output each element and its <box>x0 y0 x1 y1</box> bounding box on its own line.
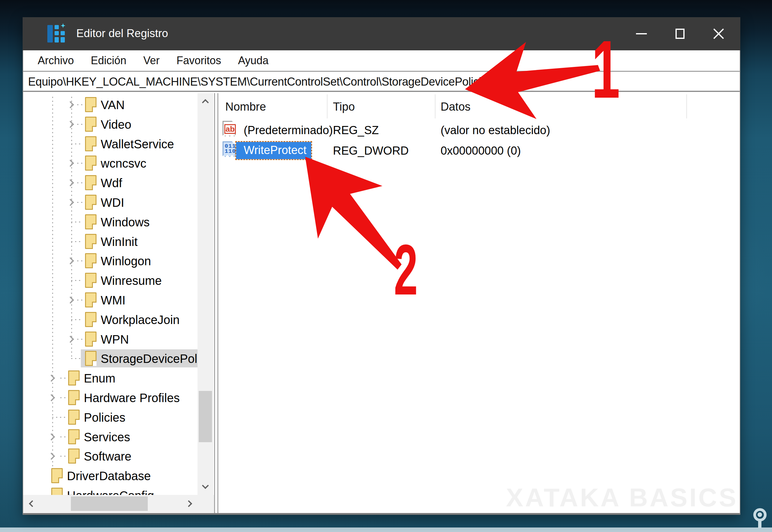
folder-icon <box>85 312 96 327</box>
tree-connector <box>77 124 83 125</box>
tree-item-label: wcncsvc <box>101 157 146 170</box>
folder-icon <box>85 195 96 210</box>
close-icon <box>713 28 724 39</box>
expand-chevron-icon[interactable] <box>67 179 74 187</box>
horizontal-scroll-thumb[interactable] <box>71 496 148 511</box>
scroll-left-button[interactable] <box>23 496 39 512</box>
titlebar[interactable]: Editor del Registro <box>23 17 740 50</box>
tree-item-label: Winresume <box>101 274 162 288</box>
tree-connector <box>77 339 83 340</box>
tree-connector <box>77 104 83 105</box>
tree-item-enum[interactable]: Enum <box>23 368 198 388</box>
tree-item-label: WorkplaceJoin <box>101 313 180 327</box>
tree-item-winlogon[interactable]: Winlogon <box>23 251 198 270</box>
tree-item-label: DriverDatabase <box>67 469 151 483</box>
pane-splitter[interactable] <box>214 93 218 513</box>
tree-item-winresume[interactable]: Winresume <box>23 271 198 290</box>
maximize-icon <box>676 29 685 39</box>
column-separator[interactable] <box>435 94 436 118</box>
expand-chevron-icon[interactable] <box>67 160 74 167</box>
tree-item-wpn[interactable]: WPN <box>23 329 198 349</box>
expand-chevron-icon[interactable] <box>48 394 55 401</box>
tree-item-label: StorageDevicePolicies <box>101 352 198 366</box>
value-name[interactable]: (Predeterminado) <box>244 124 333 137</box>
tree-item-label: Software <box>84 450 131 463</box>
registry-editor-window: Editor del Registro ArchivoEdiciónVerFav… <box>23 17 740 515</box>
column-header-datos[interactable]: Datos <box>441 100 471 113</box>
folder-icon <box>85 117 96 132</box>
tree-connector <box>77 260 83 261</box>
column-separator[interactable] <box>686 94 687 118</box>
tree-item-label: WinInit <box>101 235 137 249</box>
tree-item-label: Hardware Profiles <box>84 391 180 405</box>
folder-icon <box>51 468 63 483</box>
scroll-down-button[interactable] <box>197 479 213 495</box>
tree-item-hardwareconfig[interactable]: HardwareConfig <box>23 486 198 495</box>
value-name[interactable]: WriteProtect <box>236 142 311 159</box>
expand-chevron-icon[interactable] <box>67 101 74 108</box>
minimize-button[interactable] <box>622 17 661 50</box>
tree-vertical-scrollbar[interactable] <box>197 93 213 495</box>
tree-item-label: Video <box>101 118 131 131</box>
folder-icon <box>51 488 63 495</box>
tree-item-van[interactable]: VAN <box>23 95 198 114</box>
chevron-right-icon <box>185 500 192 507</box>
tree-item-wdi[interactable]: WDI <box>23 193 198 212</box>
folder-icon <box>85 273 96 288</box>
regedit-app-icon <box>47 25 65 42</box>
tree-item-wcncsvc[interactable]: wcncsvc <box>23 153 198 173</box>
tree-scroll-area[interactable]: VANVideoWalletServicewcncsvcWdfWDIWindow… <box>23 93 198 495</box>
tree-item-driverdatabase[interactable]: DriverDatabase <box>23 466 198 485</box>
tree-item-label: Services <box>84 430 130 444</box>
tree-item-wdf[interactable]: Wdf <box>23 173 198 192</box>
watermark: XATAKA BASICS <box>506 483 738 512</box>
tree-connector <box>77 182 83 183</box>
expand-chevron-icon[interactable] <box>67 257 74 265</box>
expand-chevron-icon[interactable] <box>48 375 55 382</box>
tree-item-wininit[interactable]: WinInit <box>23 232 198 251</box>
tree-item-wmi[interactable]: WMI <box>23 290 198 310</box>
menu-item-edicion[interactable]: Edición <box>82 54 135 67</box>
tree-item-services[interactable]: Services <box>23 427 198 446</box>
expand-chevron-icon[interactable] <box>67 335 74 343</box>
menu-item-ver[interactable]: Ver <box>135 54 168 67</box>
tree-item-workplacejoin[interactable]: WorkplaceJoin <box>23 310 198 329</box>
tree-item-walletservice[interactable]: WalletService <box>23 134 198 153</box>
value-row-writeprotect[interactable]: 011110WriteProtectREG_DWORD0x00000000 (0… <box>218 140 740 161</box>
column-header-tipo[interactable]: Tipo <box>333 100 355 113</box>
expand-chevron-icon[interactable] <box>48 433 55 440</box>
folder-icon <box>85 136 96 151</box>
tree-connector <box>60 397 66 398</box>
tree-item-label: Enum <box>84 372 115 385</box>
folder-icon <box>68 390 80 405</box>
tree-horizontal-scrollbar[interactable] <box>23 495 214 512</box>
folder-icon <box>85 214 96 229</box>
column-header-nombre[interactable]: Nombre <box>225 100 266 113</box>
tree-item-policies[interactable]: Policies <box>23 408 198 427</box>
tree-item-hardware-profiles[interactable]: Hardware Profiles <box>23 388 198 407</box>
expand-chevron-icon[interactable] <box>48 453 55 460</box>
close-button[interactable] <box>699 17 738 50</box>
chevron-down-icon <box>202 482 209 489</box>
address-bar[interactable]: Equipo\HKEY_LOCAL_MACHINE\SYSTEM\Current… <box>23 73 740 92</box>
folder-icon <box>85 175 96 190</box>
vertical-scroll-thumb[interactable] <box>199 391 212 442</box>
column-separator[interactable] <box>327 94 327 118</box>
expand-chevron-icon[interactable] <box>67 199 74 206</box>
expand-chevron-icon[interactable] <box>67 296 74 304</box>
menu-item-archivo[interactable]: Archivo <box>29 54 82 67</box>
tree-item-label: WPN <box>101 333 129 346</box>
tree-item-windows[interactable]: Windows <box>23 212 198 231</box>
maximize-button[interactable] <box>661 17 699 50</box>
menu-item-ayuda[interactable]: Ayuda <box>229 54 277 67</box>
chevron-up-icon <box>202 99 209 106</box>
scroll-up-button[interactable] <box>197 93 213 109</box>
tree-connector <box>52 417 66 418</box>
tree-item-software[interactable]: Software <box>23 446 198 466</box>
value-row-predeterminado[interactable]: ab(Predeterminado)REG_SZ(valor no establ… <box>218 120 740 140</box>
menu-item-favoritos[interactable]: Favoritos <box>168 54 229 67</box>
tree-item-video[interactable]: Video <box>23 115 198 134</box>
expand-chevron-icon[interactable] <box>67 121 74 128</box>
scroll-right-button[interactable] <box>182 496 198 512</box>
tree-item-storagedevicepolicies[interactable]: StorageDevicePolicies <box>23 349 198 368</box>
